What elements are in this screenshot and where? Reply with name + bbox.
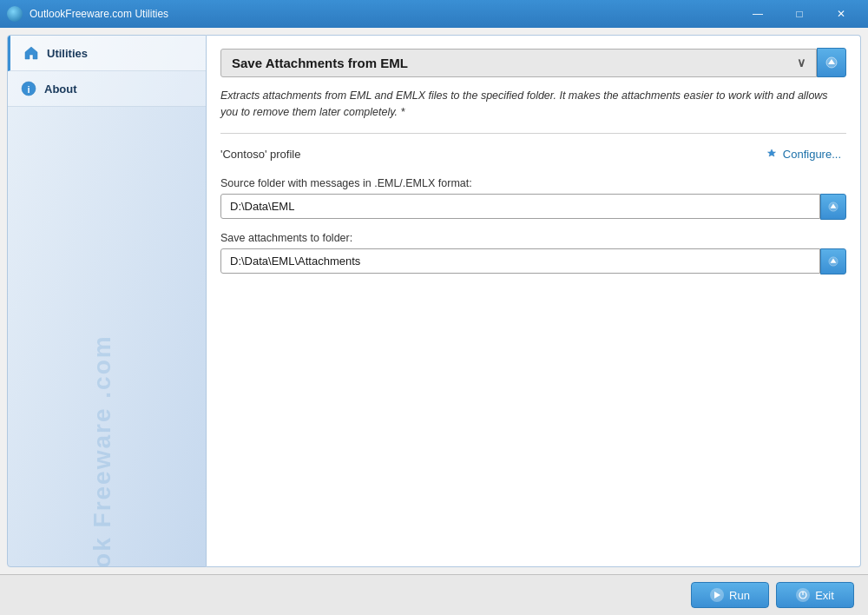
run-icon bbox=[710, 588, 724, 602]
main-panel: Save Attachments from EML ∨ Extracts att… bbox=[207, 35, 861, 567]
window-controls: — □ ✕ bbox=[738, 0, 861, 28]
save-folder-row bbox=[220, 248, 846, 274]
window-body: Utilities i About Outlook Freeware .com … bbox=[0, 28, 868, 615]
source-folder-label: Source folder with messages in .EML/.EML… bbox=[220, 177, 846, 189]
configure-button[interactable]: Configure... bbox=[760, 146, 846, 163]
exit-label: Exit bbox=[815, 589, 834, 602]
save-folder-group: Save attachments to folder: bbox=[220, 232, 846, 274]
close-button[interactable]: ✕ bbox=[821, 0, 861, 28]
source-folder-group: Source folder with messages in .EML/.EML… bbox=[220, 177, 846, 220]
chevron-down-icon: ∨ bbox=[797, 56, 806, 69]
tool-dropdown-label: Save Attachments from EML bbox=[232, 56, 408, 70]
svg-marker-8 bbox=[714, 592, 720, 598]
watermark: Outlook Freeware .com bbox=[90, 433, 115, 567]
title-bar: OutlookFreeware.com Utilities — □ ✕ bbox=[0, 0, 868, 28]
tool-header: Save Attachments from EML ∨ bbox=[220, 48, 846, 77]
run-label: Run bbox=[729, 589, 750, 602]
tool-description: Extracts attachments from EML and EMLX f… bbox=[220, 88, 846, 134]
configure-label: Configure... bbox=[783, 148, 841, 161]
home-icon bbox=[23, 44, 40, 62]
run-button[interactable]: Run bbox=[691, 582, 769, 608]
bottom-bar: Run Exit bbox=[0, 574, 868, 615]
maximize-button[interactable]: □ bbox=[779, 0, 819, 28]
minimize-button[interactable]: — bbox=[738, 0, 778, 28]
source-folder-input[interactable] bbox=[220, 194, 820, 219]
info-icon: i bbox=[20, 80, 37, 97]
sidebar-item-utilities[interactable]: Utilities bbox=[8, 36, 206, 71]
source-folder-browse-button[interactable] bbox=[820, 194, 846, 220]
save-folder-label: Save attachments to folder: bbox=[220, 232, 846, 244]
save-folder-browse-button[interactable] bbox=[820, 248, 846, 274]
tool-up-button[interactable] bbox=[817, 48, 846, 77]
exit-icon bbox=[796, 588, 810, 602]
exit-button[interactable]: Exit bbox=[776, 582, 854, 608]
sidebar: Utilities i About Outlook Freeware .com bbox=[7, 35, 207, 567]
app-title: OutlookFreeware.com Utilities bbox=[30, 8, 738, 20]
svg-text:i: i bbox=[27, 84, 30, 95]
sidebar-utilities-label: Utilities bbox=[47, 47, 88, 60]
profile-row: 'Contoso' profile Configure... bbox=[220, 146, 846, 163]
profile-label: 'Contoso' profile bbox=[220, 148, 300, 161]
sidebar-about-label: About bbox=[44, 83, 77, 96]
tool-dropdown[interactable]: Save Attachments from EML ∨ bbox=[220, 49, 817, 77]
source-folder-row bbox=[220, 194, 846, 220]
save-folder-input[interactable] bbox=[220, 248, 820, 274]
sidebar-item-about[interactable]: i About bbox=[8, 71, 206, 107]
app-icon bbox=[7, 6, 23, 22]
content-area: Utilities i About Outlook Freeware .com … bbox=[0, 28, 868, 574]
